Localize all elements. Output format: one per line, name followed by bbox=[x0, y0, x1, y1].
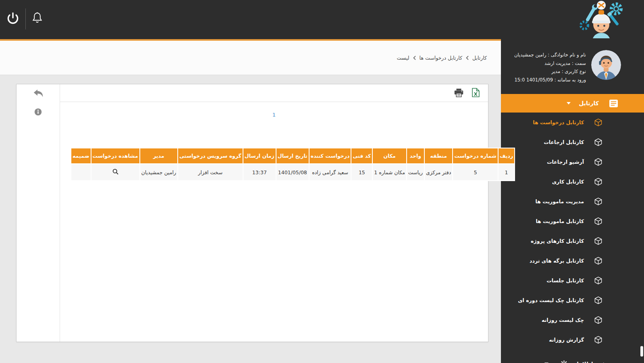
excel-export-icon bbox=[472, 88, 480, 97]
sidebar-item-11[interactable]: گزارش روزانه bbox=[501, 330, 644, 350]
topbar-divider bbox=[25, 8, 26, 29]
search-icon[interactable] bbox=[112, 169, 118, 175]
excel-export-button[interactable] bbox=[472, 88, 480, 97]
column-header-unit: واحد bbox=[407, 148, 424, 164]
sidebar-item-label: کارتابل برگه های تردد bbox=[530, 258, 584, 264]
cell-send_date: 1401/05/08 bbox=[276, 164, 309, 181]
chevron-left-icon bbox=[466, 56, 469, 60]
sidebar-section-cartable[interactable]: کارتابل bbox=[501, 94, 644, 113]
cell-request_no: 5 bbox=[453, 164, 498, 181]
sidebar-item-label: کارتابل ارجاعات bbox=[544, 139, 584, 145]
user-info: نام و نام خانوادگی : رامین جمشیدیان سمت … bbox=[514, 50, 586, 84]
column-header-view: مشاهده درخواست bbox=[91, 148, 140, 164]
power-icon bbox=[6, 12, 20, 25]
sidebar-item-label: گزارش روزانه bbox=[549, 337, 584, 343]
user-login-line: ورود به سامانه : 1401/05/09 15:0 bbox=[514, 76, 586, 84]
info-button[interactable] bbox=[34, 108, 42, 116]
cell-requester: سعید گرامی زاده bbox=[309, 164, 351, 181]
cube-icon bbox=[594, 257, 602, 265]
sidebar-item-label: کارتابل جلسات bbox=[546, 277, 584, 284]
sidebar-item-1[interactable]: کارتابل ارجاعات bbox=[501, 132, 644, 152]
breadcrumb: کارتابلکارتابل درخواست هالیست bbox=[397, 41, 501, 75]
cube-icon bbox=[594, 217, 602, 225]
sidebar: نام و نام خانوادگی : رامین جمشیدیان سمت … bbox=[501, 39, 644, 363]
column-header-service_group: گروه سرویس درخواستی bbox=[178, 148, 243, 164]
cell-view[interactable] bbox=[91, 164, 140, 181]
sidebar-item-label: کارتابل درخواست ها bbox=[533, 119, 584, 125]
content-card: 1 ردیفشماره درخواستمنطقهواحدمکانکد فنیدر… bbox=[16, 84, 488, 342]
column-header-row: ردیف bbox=[498, 148, 515, 164]
chevron-left-icon bbox=[413, 56, 416, 60]
table-toolbar bbox=[60, 84, 488, 102]
user-panel: نام و نام خانوادگی : رامین جمشیدیان سمت … bbox=[501, 39, 644, 84]
request-table-header-row: ردیفشماره درخواستمنطقهواحدمکانکد فنیدرخو… bbox=[71, 148, 515, 164]
sidebar-section-data-entry[interactable]: ثبت اطلاعات bbox=[501, 355, 644, 363]
column-header-location: مکان bbox=[372, 148, 407, 164]
print-button[interactable] bbox=[454, 88, 463, 97]
column-header-region: منطقه bbox=[424, 148, 453, 164]
cube-icon bbox=[594, 296, 602, 305]
table-row: 15دفتر مرکزیریاستمکان شماره 115سعید گرام… bbox=[71, 164, 515, 181]
breadcrumb-item-0[interactable]: کارتابل bbox=[472, 55, 487, 61]
column-header-manager: مدیر bbox=[140, 148, 178, 164]
sidebar-item-9[interactable]: کارتابل چک لیست دوره ای bbox=[501, 290, 644, 310]
user-position-line: سمت : مدیریت ارشد bbox=[514, 59, 586, 68]
chevron-down-icon bbox=[567, 102, 571, 104]
list-icon bbox=[609, 100, 618, 107]
bell-icon bbox=[32, 11, 43, 24]
sidebar-scrollbar[interactable] bbox=[640, 346, 643, 357]
cube-icon bbox=[594, 237, 602, 245]
power-button[interactable] bbox=[6, 12, 20, 25]
cell-row: 1 bbox=[498, 164, 515, 181]
sidebar-item-label: چک لیست روزانه bbox=[542, 317, 584, 323]
cell-unit: ریاست bbox=[407, 164, 424, 181]
cube-icon bbox=[594, 158, 602, 166]
sidebar-item-label: کارتابل چک لیست دوره ای bbox=[518, 297, 584, 303]
cube-icon bbox=[594, 197, 602, 206]
sidebar-item-7[interactable]: کارتابل برگه های تردد bbox=[501, 251, 644, 271]
sidebar-item-3[interactable]: کارتابل کاری bbox=[501, 172, 644, 192]
cube-icon bbox=[594, 118, 602, 127]
sidebar-item-label: آرشیو ارجاعات bbox=[547, 159, 584, 165]
sidebar-item-10[interactable]: چک لیست روزانه bbox=[501, 310, 644, 330]
cell-manager: رامین جمشیدیان bbox=[140, 164, 178, 181]
back-button[interactable] bbox=[33, 90, 43, 98]
card-side-toolbar bbox=[17, 84, 60, 342]
request-table-body: 15دفتر مرکزیریاستمکان شماره 115سعید گرام… bbox=[71, 164, 515, 181]
breadcrumb-item-2[interactable]: لیست bbox=[397, 55, 409, 61]
notifications-button[interactable] bbox=[32, 11, 43, 24]
topbar bbox=[0, 0, 644, 39]
sidebar-item-2[interactable]: آرشیو ارجاعات bbox=[501, 152, 644, 172]
avatar bbox=[591, 50, 621, 80]
sidebar-item-label: کارتابل ماموریت ها bbox=[536, 218, 584, 224]
breadcrumb-item-1[interactable]: کارتابل درخواست ها bbox=[420, 55, 462, 61]
column-header-requester: درخواست کننده bbox=[309, 148, 351, 164]
column-header-request_no: شماره درخواست bbox=[453, 148, 498, 164]
sidebar-item-5[interactable]: کارتابل ماموریت ها bbox=[501, 211, 644, 231]
mascot-logo bbox=[579, 0, 624, 40]
column-header-attachment: ضمیمه bbox=[71, 148, 91, 164]
sidebar-item-label: کارتابل کارهای پروژه bbox=[531, 238, 584, 244]
cell-tech_code: 15 bbox=[351, 164, 372, 181]
sidebar-item-4[interactable]: مدیریت ماموریت ها bbox=[501, 192, 644, 211]
sidebar-item-8[interactable]: کارتابل جلسات bbox=[501, 271, 644, 290]
user-name-line: نام و نام خانوادگی : رامین جمشیدیان bbox=[514, 51, 586, 59]
breadcrumb-band: کارتابلکارتابل درخواست هالیست bbox=[0, 41, 501, 75]
cube-icon bbox=[594, 177, 602, 186]
info-icon bbox=[34, 108, 42, 116]
column-header-send_time: زمان ارسال bbox=[243, 148, 276, 164]
page-1-link[interactable]: 1 bbox=[272, 112, 276, 118]
cell-attachment bbox=[71, 164, 91, 181]
sidebar-bottom-section-label: ثبت اطلاعات bbox=[571, 361, 605, 363]
card-main: 1 ردیفشماره درخواستمنطقهواحدمکانکد فنیدر… bbox=[60, 84, 488, 342]
gear-icon bbox=[560, 360, 568, 363]
reply-icon bbox=[33, 90, 43, 98]
print-icon bbox=[454, 88, 463, 97]
cube-icon bbox=[594, 138, 602, 146]
pagination: 1 bbox=[60, 111, 488, 118]
table-wrap: ردیفشماره درخواستمنطقهواحدمکانکد فنیدرخو… bbox=[71, 148, 477, 181]
cube-icon bbox=[594, 336, 602, 344]
user-type-line: نوع کاربری : مدیر bbox=[514, 67, 586, 76]
sidebar-item-0[interactable]: کارتابل درخواست ها bbox=[501, 113, 644, 132]
sidebar-item-6[interactable]: کارتابل کارهای پروژه bbox=[501, 231, 644, 251]
